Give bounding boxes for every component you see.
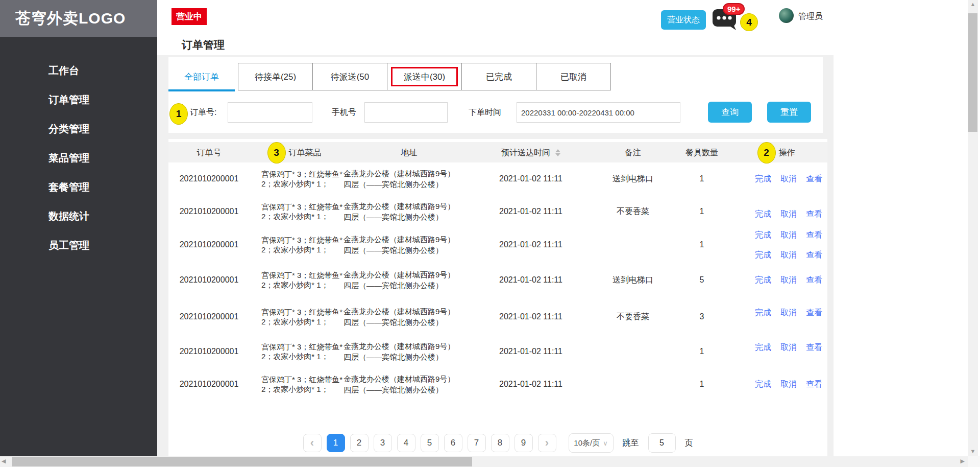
cancel-link[interactable]: 取消 (780, 230, 797, 241)
page-button-4[interactable]: 4 (397, 434, 415, 452)
cell-address: 金燕龙办公楼（建材城西路9号）四层（——宾馆北侧办公楼） (344, 269, 475, 291)
scroll-left-icon[interactable]: ◀ (2, 458, 6, 464)
cell-address: 金燕龙办公楼（建材城西路9号）四层（——宾馆北侧办公楼） (344, 373, 475, 395)
cell-dishes: 宫保鸡丁* 3；红烧带鱼*2；农家小炒肉* 1； (245, 270, 344, 290)
page-button-9[interactable]: 9 (514, 434, 533, 452)
order-no-label: 订单号: (190, 107, 216, 118)
sort-icon[interactable] (555, 149, 560, 156)
complete-link[interactable]: 完成 (755, 275, 771, 286)
cell-order-no: 2021010200001 (173, 174, 245, 183)
cell-address: 金燕龙办公楼（建材城西路9号）四层（——宾馆北侧办公楼） (344, 201, 475, 222)
phone-input[interactable] (364, 102, 448, 123)
view-link[interactable]: 查看 (806, 308, 822, 318)
page-button-8[interactable]: 8 (491, 434, 509, 452)
tab-all-orders[interactable]: 全部订单 (168, 63, 235, 90)
cell-actions: 完成 取消 查看 (725, 308, 827, 318)
reset-button[interactable]: 重置 (767, 102, 811, 123)
page-button-1[interactable]: 1 (327, 434, 345, 452)
sidebar: 苍穹外卖LOGO 工作台 订单管理 分类管理 菜品管理 套餐管理 数据统计 员工… (0, 0, 157, 456)
sidebar-item-combos[interactable]: 套餐管理 (0, 173, 157, 202)
vertical-scrollbar[interactable]: ▲ ▼ (968, 0, 978, 456)
cell-tableware: 5 (679, 275, 725, 285)
cell-remark: 不要香菜 (587, 312, 679, 322)
cell-actions: 完成 取消 查看 (725, 379, 827, 390)
tab-delivering[interactable]: 派送中(30) (387, 63, 462, 90)
tab-completed[interactable]: 已完成 (461, 63, 536, 90)
horizontal-scrollbar[interactable]: ◀ ▶ (0, 456, 968, 467)
cell-eta: 2021-01-02 11:11 (475, 207, 587, 216)
view-link[interactable]: 查看 (806, 342, 822, 353)
cell-dishes: 宫保鸡丁* 3；红烧带鱼*2；农家小炒肉* 1； (245, 169, 344, 189)
cell-actions: 完成 取消 查看 (725, 174, 827, 184)
view-link[interactable]: 查看 (806, 174, 822, 184)
cancel-link[interactable]: 取消 (780, 342, 797, 353)
view-link[interactable]: 查看 (806, 230, 822, 241)
tab-cancelled[interactable]: 已取消 (536, 63, 611, 90)
tab-pending-dispatch[interactable]: 待派送(50 (312, 63, 387, 90)
complete-link[interactable]: 完成 (755, 174, 771, 184)
order-time-range-input[interactable]: 20220331 00:00-20220431 00:00 (517, 102, 680, 123)
sidebar-item-orders[interactable]: 订单管理 (0, 85, 157, 114)
complete-link[interactable]: 完成 (755, 308, 771, 318)
page-button-6[interactable]: 6 (444, 434, 462, 452)
page-button-3[interactable]: 3 (374, 434, 392, 452)
sidebar-item-categories[interactable]: 分类管理 (0, 114, 157, 144)
cell-eta: 2021-01-02 11:11 (475, 347, 587, 356)
complete-link[interactable]: 完成 (755, 209, 771, 220)
cell-tableware: 1 (679, 380, 725, 389)
scroll-right-icon[interactable]: ▶ (961, 458, 965, 464)
col-header-eta-label: 预计送达时间 (501, 148, 550, 158)
col-header-eta[interactable]: 预计送达时间 (475, 148, 587, 158)
next-page-button[interactable]: › (538, 434, 556, 452)
scrollbar-corner (968, 456, 980, 467)
sidebar-item-workbench[interactable]: 工作台 (0, 56, 157, 85)
complete-link[interactable]: 完成 (755, 250, 771, 261)
view-link[interactable]: 查看 (806, 250, 822, 261)
cell-eta: 2021-01-02 11:11 (475, 275, 587, 285)
tab-pending-accept[interactable]: 待接单(25) (238, 63, 313, 90)
horizontal-scrollbar-thumb[interactable] (12, 457, 472, 466)
cancel-link[interactable]: 取消 (780, 174, 797, 184)
view-link[interactable]: 查看 (806, 275, 822, 286)
cancel-link[interactable]: 取消 (780, 209, 797, 220)
notification-area[interactable]: 99+ 4 (712, 7, 763, 38)
user-name[interactable]: 管理员 (798, 11, 823, 22)
table-row: 2021010200001 宫保鸡丁* 3；红烧带鱼*2；农家小炒肉* 1； 金… (168, 368, 827, 401)
jump-page-input[interactable]: 5 (648, 433, 676, 453)
complete-link[interactable]: 完成 (755, 379, 771, 390)
table-row: 2021010200001 宫保鸡丁* 3；红烧带鱼*2；农家小炒肉* 1； 金… (168, 262, 827, 298)
page-button-5[interactable]: 5 (421, 434, 439, 452)
complete-link[interactable]: 完成 (755, 342, 771, 353)
page-button-2[interactable]: 2 (350, 434, 369, 452)
vertical-scrollbar-thumb[interactable] (968, 13, 977, 132)
sidebar-item-dishes[interactable]: 菜品管理 (0, 144, 157, 173)
cancel-link[interactable]: 取消 (780, 275, 797, 286)
col-header-remark: 备注 (587, 148, 679, 158)
search-button[interactable]: 查询 (708, 102, 752, 123)
jump-to-label: 跳至 (623, 438, 639, 449)
business-status-button[interactable]: 营业状态 (661, 10, 706, 30)
page-suffix-label: 页 (685, 438, 693, 449)
cancel-link[interactable]: 取消 (780, 250, 797, 261)
user-avatar[interactable] (779, 8, 794, 23)
prev-page-button[interactable]: ‹ (303, 434, 322, 452)
scroll-down-icon[interactable]: ▼ (968, 448, 978, 454)
cell-tableware: 1 (679, 207, 725, 216)
view-link[interactable]: 查看 (806, 209, 822, 220)
col-header-dishes-label: 订单菜品 (289, 148, 322, 158)
cell-remark: 送到电梯口 (587, 275, 679, 286)
page-button-7[interactable]: 7 (468, 434, 486, 452)
col-header-address: 地址 (344, 148, 475, 158)
scroll-up-icon[interactable]: ▲ (968, 1, 978, 7)
view-link[interactable]: 查看 (806, 379, 822, 390)
order-no-input[interactable] (228, 102, 312, 123)
cell-address: 金燕龙办公楼（建材城西路9号）四层（——宾馆北侧办公楼） (344, 306, 475, 328)
cancel-link[interactable]: 取消 (780, 308, 797, 318)
cancel-link[interactable]: 取消 (780, 379, 797, 390)
sidebar-item-statistics[interactable]: 数据统计 (0, 202, 157, 231)
cell-tableware: 1 (679, 347, 725, 356)
page-size-select[interactable]: 10条/页 ∨ (569, 433, 614, 453)
sidebar-nav: 工作台 订单管理 分类管理 菜品管理 套餐管理 数据统计 员工管理 (0, 37, 157, 260)
sidebar-item-employees[interactable]: 员工管理 (0, 231, 157, 260)
complete-link[interactable]: 完成 (755, 230, 771, 241)
